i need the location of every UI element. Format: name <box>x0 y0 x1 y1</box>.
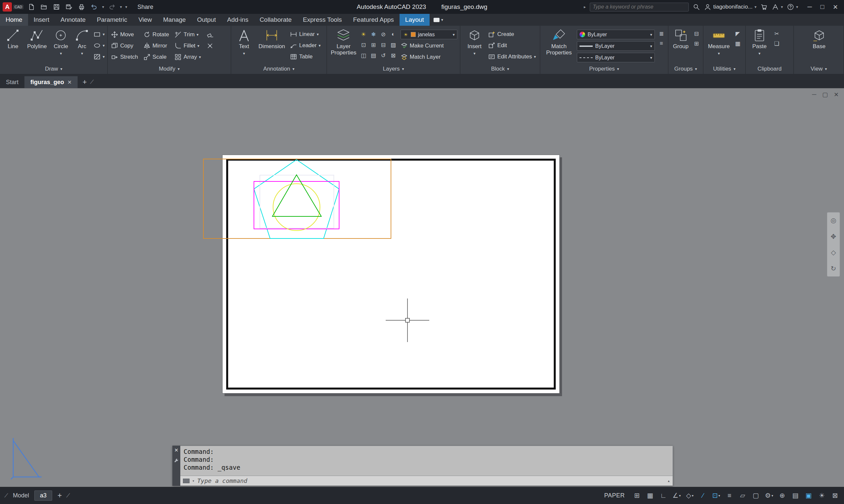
close-icon[interactable]: ✕ <box>174 447 179 453</box>
layer-merge-icon[interactable]: ▨ <box>389 41 397 49</box>
modify-panel-label[interactable]: Modify▾ <box>108 64 231 74</box>
minimize-button[interactable]: ─ <box>807 3 812 11</box>
layer-thaw-icon[interactable]: ▤ <box>369 52 377 59</box>
circle-button[interactable]: Circle ▾ <box>51 29 71 57</box>
drawing-area[interactable]: ─ ▢ ✕ ◎ <box>0 88 844 487</box>
draw-panel-label[interactable]: Draw▾ <box>0 64 107 74</box>
command-titlebar[interactable]: ✕ <box>172 446 180 486</box>
polar-tracking-toggle[interactable]: ∠▾ <box>671 490 682 501</box>
cart-icon[interactable] <box>760 3 768 11</box>
new-file-button[interactable] <box>27 2 36 12</box>
navigation-bar[interactable]: ◎ ✥ ◇ ↻ <box>827 212 840 277</box>
tab-parametric[interactable]: Parametric <box>91 14 133 26</box>
paper-space-toggle[interactable]: PAPER <box>604 492 625 499</box>
match-properties-button[interactable]: Match Properties <box>544 29 574 56</box>
undo-dropdown-arrow[interactable]: ▾ <box>102 5 104 9</box>
magenta-rectangle-shape[interactable] <box>254 181 339 229</box>
maximize-button[interactable]: □ <box>821 3 824 11</box>
lineweight-list-icon[interactable]: ≣ <box>657 30 665 38</box>
clipboard-panel-label[interactable]: Clipboard <box>746 64 793 74</box>
layer-properties-button[interactable]: Layer Properties <box>330 29 357 56</box>
block-panel-label[interactable]: Block▾ <box>460 64 540 74</box>
linetype-list-icon[interactable]: ≡ <box>657 40 665 48</box>
file-tab-start[interactable]: Start <box>0 76 24 88</box>
pentagon-shape[interactable] <box>254 160 339 238</box>
hatch-tool-button[interactable]: ▾ <box>93 52 105 61</box>
layer-on-icon[interactable]: ☀ <box>360 30 367 38</box>
undo-button[interactable] <box>89 2 99 12</box>
grid-display-toggle[interactable]: ▦ <box>644 490 656 501</box>
isometric-drafting-toggle[interactable]: ◇▾ <box>684 490 695 501</box>
linear-button[interactable]: Linear▾ <box>290 30 321 39</box>
graphics-performance-toggle[interactable]: ▣ <box>803 490 814 501</box>
isolate-objects-toggle[interactable]: ☀ <box>816 490 827 501</box>
close-button[interactable]: ✕ <box>833 3 838 11</box>
object-snap-toggle[interactable]: ⊡▾ <box>711 490 722 501</box>
zoom-icon[interactable]: ◇ <box>831 248 836 256</box>
full-nav-wheel-icon[interactable]: ◎ <box>830 216 836 224</box>
lineweight-toggle[interactable]: ≡ <box>724 490 735 501</box>
selection-cycling-toggle[interactable]: ▢ <box>750 490 761 501</box>
tab-output[interactable]: Output <box>191 14 222 26</box>
tab-manage[interactable]: Manage <box>157 14 191 26</box>
ribbon-display-options[interactable]: ▾ <box>430 14 447 26</box>
open-file-button[interactable] <box>39 2 49 12</box>
quick-properties-toggle[interactable]: ▤ <box>790 490 801 501</box>
layer-delete-icon[interactable]: ⊠ <box>389 52 397 59</box>
group-edit-icon[interactable]: ⊞ <box>692 40 700 48</box>
triangle-shape[interactable] <box>272 175 321 216</box>
measure-button[interactable]: Measure ▾ <box>707 29 731 57</box>
cut-icon[interactable]: ✂ <box>773 30 780 38</box>
layer-freeze-icon[interactable]: ❄ <box>369 30 377 38</box>
search-input[interactable] <box>593 4 686 10</box>
tab-view[interactable]: View <box>133 14 157 26</box>
qat-customize-arrow[interactable]: ▾ <box>125 5 127 9</box>
ortho-mode-toggle[interactable]: ∟ <box>658 490 669 501</box>
layout-tab-a3[interactable]: a3 <box>34 490 52 501</box>
object-color-dropdown[interactable]: ByLayer ▾ <box>577 30 655 39</box>
file-tab-document[interactable]: figuras_geo ✕ <box>24 76 77 88</box>
layer-isolate-icon[interactable]: ⊡ <box>360 41 367 49</box>
erase-button[interactable] <box>206 30 214 40</box>
layer-walk-icon[interactable]: ◫ <box>360 52 367 59</box>
table-button[interactable]: Table <box>290 52 321 61</box>
trim-button[interactable]: Trim▾ <box>174 30 201 40</box>
quick-select-icon[interactable]: ◤ <box>734 30 742 38</box>
tab-home[interactable]: Home <box>0 14 28 26</box>
scale-button[interactable]: Scale <box>143 52 169 62</box>
customize-wrench-icon[interactable] <box>174 458 179 463</box>
orbit-icon[interactable]: ↻ <box>831 265 837 272</box>
paste-button[interactable]: Paste ▾ <box>749 29 770 57</box>
copy-clip-icon[interactable]: ❏ <box>773 40 780 48</box>
ungroup-icon[interactable]: ⊟ <box>692 30 700 38</box>
arc-button[interactable]: Arc ▾ <box>73 29 91 57</box>
layer-lock-icon[interactable]: ⊘ <box>379 30 387 38</box>
layers-panel-label[interactable]: Layers▾ <box>327 64 460 74</box>
redo-dropdown-arrow[interactable]: ▾ <box>120 5 122 9</box>
layer-dropdown[interactable]: ☀ janelas ▾ <box>400 30 457 39</box>
new-layout-button[interactable]: + <box>57 491 62 500</box>
viewport-boundary[interactable] <box>203 159 391 238</box>
text-button[interactable]: Text ▾ <box>235 29 254 57</box>
group-button[interactable]: Group <box>672 29 690 50</box>
transparency-toggle[interactable]: ▱ <box>737 490 748 501</box>
circle-shape[interactable] <box>273 184 320 231</box>
pan-icon[interactable]: ✥ <box>831 233 837 240</box>
share-button[interactable]: Share <box>135 4 153 11</box>
tab-insert[interactable]: Insert <box>28 14 55 26</box>
tab-add-ins[interactable]: Add-ins <box>222 14 254 26</box>
annotation-monitor-toggle[interactable]: ⊕ <box>777 490 788 501</box>
account-menu[interactable]: tiagobonifacio... ▾ <box>704 3 757 11</box>
view-panel-label[interactable]: View▾ <box>794 64 844 74</box>
layer-off-icon[interactable]: ⊟ <box>379 41 387 49</box>
explode-button[interactable] <box>206 41 214 51</box>
rectangle-tool-button[interactable]: ▾ <box>93 30 105 39</box>
properties-panel-label[interactable]: Properties▾ <box>540 64 668 74</box>
tab-featured-apps[interactable]: Featured Apps <box>347 14 399 26</box>
match-layer-button[interactable]: Match Layer <box>400 52 457 62</box>
create-block-button[interactable]: Create <box>488 30 536 39</box>
search-icon[interactable] <box>693 3 700 11</box>
base-button[interactable]: Base <box>809 29 829 50</box>
array-button[interactable]: Array▾ <box>174 52 201 62</box>
tab-annotate[interactable]: Annotate <box>55 14 91 26</box>
